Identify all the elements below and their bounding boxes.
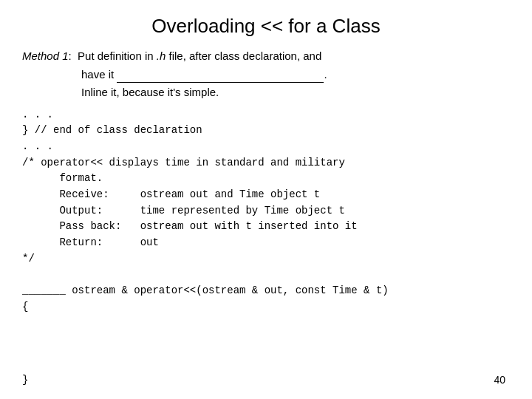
method-colon: : bbox=[69, 50, 72, 62]
code-line-6: Output: time represented by Time object … bbox=[22, 203, 510, 219]
method-inline-line: Inline it, because it's simple. bbox=[81, 84, 510, 101]
method-description-line1: Method 1: Put definition in .h file, aft… bbox=[22, 48, 510, 65]
method-label: Method 1 bbox=[22, 50, 69, 62]
code-line-1: } // end of class declaration bbox=[22, 123, 510, 139]
closing-brace: } bbox=[22, 374, 28, 386]
code-line-8: Return: out bbox=[22, 235, 510, 251]
method-desc2: file, after class declaration, and bbox=[166, 50, 321, 62]
code-line-4: format. bbox=[22, 171, 510, 187]
code-line-11: _______ ostream & operator<<(ostream & o… bbox=[22, 283, 510, 299]
code-line-0: . . . bbox=[22, 107, 510, 123]
slide-title: Overloading << for a Class bbox=[22, 15, 510, 38]
inline-it-text: Inline it, because it's simple. bbox=[81, 86, 219, 98]
code-line-2: . . . bbox=[22, 139, 510, 155]
code-line-5: Receive: ostream out and Time object t bbox=[22, 187, 510, 203]
method-file: .h bbox=[157, 50, 166, 62]
underline-suffix: . bbox=[324, 68, 327, 81]
code-line-7: Pass back: ostream out with t inserted i… bbox=[22, 219, 510, 235]
method-desc: Put definition in bbox=[78, 50, 157, 62]
code-line-12: { bbox=[22, 299, 510, 316]
code-line-10 bbox=[22, 267, 510, 283]
slide: Overloading << for a Class Method 1: Put… bbox=[0, 0, 532, 399]
code-line-3: /* operator<< displays time in standard … bbox=[22, 155, 510, 171]
have-it-text: have it bbox=[81, 68, 114, 81]
code-block: . . . } // end of class declaration . . … bbox=[22, 107, 510, 316]
page-number: 40 bbox=[494, 374, 505, 386]
method-have-it-line: have it . bbox=[81, 66, 510, 83]
code-line-9: */ bbox=[22, 251, 510, 267]
blank-underline bbox=[117, 82, 324, 83]
